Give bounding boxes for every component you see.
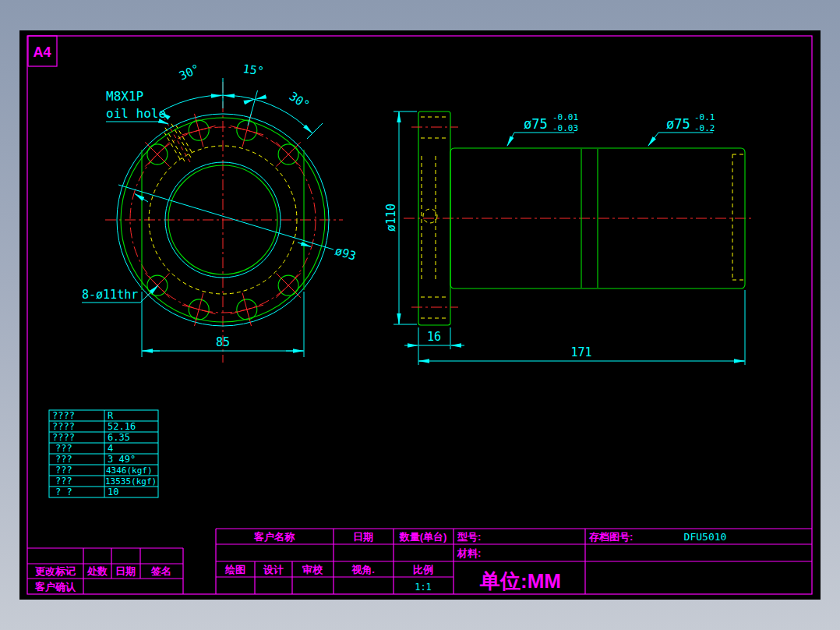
journal-dia-callout: ø75 -0.01 -0.03 [507, 112, 578, 146]
spec-row-label: ??? [55, 443, 72, 454]
flats-width-label: 85 [216, 335, 230, 349]
title-block: 客户名称 日期 数量(单台) 型号: 存档图号: 材料: 绘图 设计 审校 视角… [27, 529, 812, 594]
spec-table: ???? R ???? 52.16 ???? 6.35 ??? 4 ??? 3 … [49, 410, 158, 497]
design-label: 设计 [263, 564, 284, 575]
spec-row-value: 10 [108, 487, 118, 497]
side-hidden-lines [411, 117, 743, 318]
spec-row-label: ??? [55, 465, 72, 476]
body-tol-upper: -0.1 [694, 112, 715, 122]
body-dia-label: ø75 [666, 116, 690, 132]
spec-row-value: 4346(kgf) [106, 465, 153, 476]
flange-thickness-dimension: 16 [404, 327, 464, 365]
body-tol-lower: -0.2 [694, 123, 715, 133]
spec-row-label: ??? [55, 476, 72, 487]
spec-row-label: ??? [55, 454, 72, 465]
angular-dimensions: 30° 15° 30° [161, 62, 323, 139]
oil-hole-callout: M8X1P oil hole [106, 89, 168, 124]
spec-row-value: 3 49° [108, 454, 136, 465]
flange-thickness-label: 16 [427, 330, 441, 344]
angle-dim-left: 30° [177, 62, 202, 83]
view-angle-label: 视角. [351, 564, 375, 575]
side-view: ø110 ø75 -0.01 -0.03 ø75 -0.1 -0.2 16 [384, 111, 754, 365]
spec-row-value: 6.35 [108, 432, 130, 443]
spec-row-value: 13535(kgf) [105, 476, 157, 487]
cad-drawing-canvas: A4 [19, 30, 821, 600]
oil-hole-hidden-lines [164, 119, 192, 162]
change-count-label: 处数 [86, 565, 108, 577]
model-label: 型号: [457, 531, 481, 543]
bolt-pattern-label: 8-ø11thr [82, 288, 138, 302]
angle-dim-right: 30° [287, 89, 312, 112]
archive-no-label: 存档图号: [588, 531, 633, 543]
flange-dia-label: ø110 [384, 204, 398, 232]
total-length-dimension: 171 [418, 290, 745, 365]
total-length-label: 171 [570, 345, 591, 359]
bcd-dimension: ø93 [118, 185, 358, 264]
sheet-size-label: A4 [33, 44, 51, 60]
spec-row-label: ? ? [55, 487, 72, 497]
customer-name-label: 客户名称 [253, 531, 295, 543]
check-label: 审校 [302, 564, 323, 575]
draw-label: 绘图 [224, 564, 245, 575]
bcd-dim-label: ø93 [334, 244, 358, 264]
oil-hole-spec-label: M8X1P [106, 89, 143, 104]
date-label: 日期 [353, 531, 373, 543]
scale-label: 比例 [413, 564, 433, 575]
material-label: 材料: [457, 547, 481, 559]
customer-confirm-label: 客户确认 [34, 581, 76, 593]
front-view: 30° 15° 30° M8X1P oil hole 8-ø11thr ø93 [82, 62, 358, 363]
oil-hole-text-label: oil hole [106, 106, 166, 121]
sign-label: 签名 [150, 565, 171, 577]
qty-label: 数量(单台) [399, 531, 447, 543]
change-date-label: 日期 [115, 565, 136, 577]
journal-tol-upper: -0.01 [552, 112, 578, 122]
spec-row-value: 52.16 [108, 421, 136, 432]
archive-no-value: DFU5010 [684, 531, 727, 543]
scale-value: 1:1 [415, 582, 432, 593]
spec-row-label: ???? [52, 432, 75, 443]
spec-row-value: 4 [108, 443, 113, 454]
change-mark-label: 更改标记 [35, 565, 76, 577]
cad-drawing: A4 [19, 30, 821, 600]
spec-row-label: ???? [52, 421, 75, 432]
angle-dim-mid: 15° [242, 62, 264, 79]
journal-dia-label: ø75 [524, 116, 548, 132]
body-dia-callout: ø75 -0.1 -0.2 [648, 112, 715, 146]
journal-tol-lower: -0.03 [552, 123, 578, 133]
spec-row-label: ???? [52, 410, 75, 421]
spec-row-value: R [108, 410, 114, 421]
oil-hole-side [423, 209, 437, 223]
unit-text: 单位:MM [479, 569, 561, 593]
